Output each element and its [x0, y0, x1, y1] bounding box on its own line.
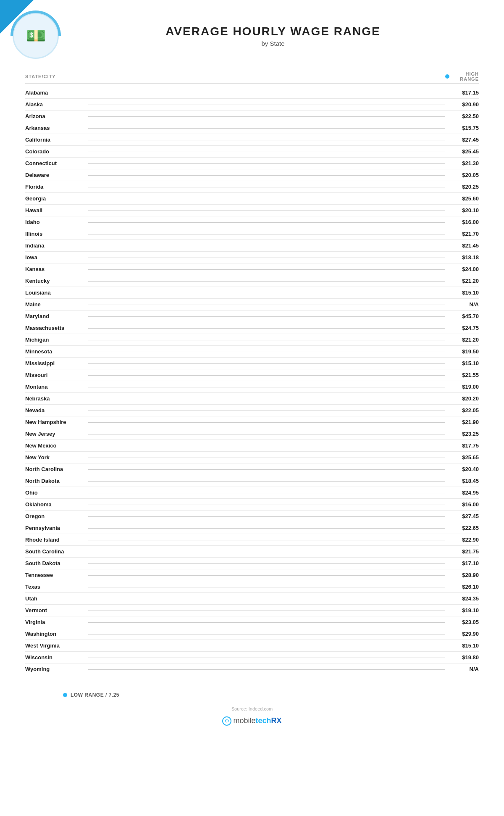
- table-row: Nebraska$20.20: [25, 393, 479, 405]
- chart-rows: Alabama$17.15Alaska$20.90Arizona$22.50Ar…: [25, 87, 479, 675]
- bar-wrapper: [88, 348, 445, 355]
- table-row: Minnesota$19.50: [25, 346, 479, 358]
- state-name: Alabama: [25, 89, 88, 96]
- high-value: $26.10: [445, 584, 479, 590]
- table-row: Georgia$25.60: [25, 193, 479, 205]
- bar-wrapper: [88, 160, 445, 167]
- table-row: Florida$20.25: [25, 181, 479, 193]
- high-value: $22.05: [445, 407, 479, 413]
- bar-wrapper: [88, 666, 445, 673]
- bar-wrapper: [88, 477, 445, 485]
- bar-wrapper: [88, 266, 445, 273]
- table-row: Illinois$21.70: [25, 228, 479, 240]
- footer-logo: ⚙mobiletechRX: [0, 714, 504, 734]
- high-value: $25.45: [445, 148, 479, 155]
- table-row: Tennessee$28.90: [25, 569, 479, 581]
- high-value: N/A: [445, 301, 479, 308]
- table-row: Louisiana$15.10: [25, 287, 479, 299]
- bar-wrapper: [88, 89, 445, 97]
- bar-wrapper: [88, 442, 445, 450]
- state-name: Colorado: [25, 148, 88, 155]
- table-row: Alabama$17.15: [25, 87, 479, 99]
- table-row: Texas$26.10: [25, 581, 479, 593]
- high-value: $15.75: [445, 125, 479, 131]
- state-name: Alaska: [25, 101, 88, 108]
- table-row: Arizona$22.50: [25, 111, 479, 122]
- state-name: Delaware: [25, 172, 88, 178]
- state-name: Arizona: [25, 113, 88, 119]
- bar-wrapper: [88, 336, 445, 344]
- state-name: New Jersey: [25, 431, 88, 437]
- table-row: Rhode Island$22.90: [25, 534, 479, 546]
- table-row: Arkansas$15.75: [25, 122, 479, 134]
- table-row: California$27.45: [25, 134, 479, 146]
- logo-icon: ⚙: [222, 716, 231, 726]
- table-row: Montana$19.00: [25, 381, 479, 393]
- table-row: Mississippi$15.10: [25, 358, 479, 369]
- bar-wrapper: [88, 101, 445, 108]
- high-value: $20.90: [445, 101, 479, 108]
- state-name: South Carolina: [25, 548, 88, 555]
- table-row: South Carolina$21.75: [25, 546, 479, 558]
- high-value: $18.18: [445, 254, 479, 261]
- bar-wrapper: [88, 524, 445, 532]
- bar-wrapper: [88, 289, 445, 297]
- bar-wrapper: [88, 277, 445, 285]
- bar-wrapper: [88, 371, 445, 379]
- table-row: Massachusetts$24.75: [25, 322, 479, 334]
- table-row: West Virginia$15.10: [25, 640, 479, 652]
- state-name: Iowa: [25, 254, 88, 261]
- state-name: Wyoming: [25, 666, 88, 672]
- table-row: Pennsylvania$22.65: [25, 522, 479, 534]
- table-row: Utah$24.35: [25, 593, 479, 605]
- dot-low-legend: [63, 693, 67, 697]
- table-row: Kentucky$21.20: [25, 275, 479, 287]
- table-row: New Hampshire$21.90: [25, 416, 479, 428]
- bar-wrapper: [88, 313, 445, 320]
- bar-wrapper: [88, 407, 445, 414]
- bar-wrapper: [88, 230, 445, 238]
- bar-wrapper: [88, 571, 445, 579]
- table-row: Maryland$45.70: [25, 311, 479, 322]
- table-row: Hawaii$20.10: [25, 205, 479, 216]
- high-value: $45.70: [445, 313, 479, 319]
- bar-wrapper: [88, 595, 445, 603]
- table-row: New York$25.65: [25, 452, 479, 463]
- high-value: $17.75: [445, 442, 479, 449]
- source-text: Source: Indeed.com: [0, 702, 504, 714]
- state-name: Florida: [25, 184, 88, 190]
- state-name: Idaho: [25, 219, 88, 225]
- high-value: $23.05: [445, 619, 479, 625]
- table-row: Washington$29.90: [25, 628, 479, 640]
- high-value: $22.90: [445, 537, 479, 543]
- state-name: Pennsylvania: [25, 525, 88, 531]
- state-name: Missouri: [25, 372, 88, 378]
- state-name: Nebraska: [25, 395, 88, 402]
- state-name: New Hampshire: [25, 419, 88, 425]
- bar-wrapper: [88, 654, 445, 661]
- bar-wrapper: [88, 124, 445, 132]
- state-name: New Mexico: [25, 442, 88, 449]
- high-value: $27.45: [445, 513, 479, 519]
- table-row: Iowa$18.18: [25, 252, 479, 263]
- bar-wrapper: [88, 324, 445, 332]
- table-row: North Dakota$18.45: [25, 475, 479, 487]
- high-value: $18.45: [445, 478, 479, 484]
- bar-wrapper: [88, 489, 445, 497]
- state-name: Virginia: [25, 619, 88, 625]
- high-value: $21.75: [445, 548, 479, 555]
- state-name: Oregon: [25, 513, 88, 519]
- state-name: Louisiana: [25, 290, 88, 296]
- table-row: Connecticut$21.30: [25, 158, 479, 169]
- high-value: $22.50: [445, 113, 479, 119]
- bar-wrapper: [88, 148, 445, 155]
- table-row: Nevada$22.05: [25, 405, 479, 416]
- state-name: Kansas: [25, 266, 88, 272]
- high-value: $15.10: [445, 642, 479, 649]
- bar-wrapper: [88, 136, 445, 144]
- state-name: Maine: [25, 301, 88, 308]
- table-row: Michigan$21.20: [25, 334, 479, 346]
- bar-wrapper: [88, 171, 445, 179]
- state-name: Kentucky: [25, 278, 88, 284]
- bar-wrapper: [88, 619, 445, 626]
